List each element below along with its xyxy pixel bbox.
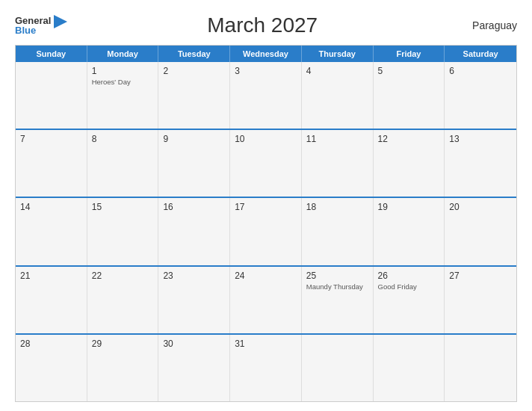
day-number: 2 [163,66,225,76]
calendar-cell: 3 [230,62,302,129]
calendar-cell: 4 [302,62,374,129]
day-number: 6 [449,66,512,76]
calendar-cell: 27 [445,267,516,333]
calendar-cell: 16 [158,198,230,265]
calendar-week-5: 28293031 [16,335,516,401]
calendar-cell: 22 [87,267,159,333]
calendar-week-2: 78910111213 [16,130,516,198]
day-number: 11 [306,134,368,144]
day-number: 22 [92,271,154,281]
calendar-cell: 26Good Friday [374,267,445,333]
day-number: 19 [378,202,440,212]
calendar-cell: 5 [374,62,445,129]
day-number: 23 [163,271,225,281]
day-number: 4 [306,66,368,76]
calendar-cell: 13 [445,130,516,197]
holiday-label: Good Friday [378,282,440,291]
col-sunday: Sunday [16,46,87,62]
calendar-cell: 18 [302,198,374,265]
calendar-week-1: 1Heroes' Day23456 [16,62,516,130]
calendar-cell: 1Heroes' Day [87,62,159,129]
day-number: 31 [235,339,297,349]
day-number: 13 [449,134,512,144]
day-number: 14 [20,202,82,212]
calendar-cell: 29 [87,335,159,401]
day-number: 12 [378,134,440,144]
day-number: 29 [92,339,154,349]
calendar-cell: 31 [230,335,302,401]
day-number: 5 [378,66,440,76]
svg-marker-0 [54,15,67,28]
calendar-cell [445,335,516,401]
calendar-cell: 10 [230,130,302,197]
day-number: 7 [20,134,82,144]
calendar-cell: 2 [158,62,230,129]
day-number: 20 [449,202,512,212]
day-number: 24 [235,271,297,281]
header: General Blue March 2027 Paraguay [15,13,517,37]
day-number: 27 [449,271,512,281]
calendar-cell: 19 [374,198,445,265]
day-number: 26 [378,271,440,281]
calendar-cell: 9 [158,130,230,197]
col-thursday: Thursday [302,46,374,62]
calendar-title: March 2027 [67,13,457,37]
calendar-cell [302,335,374,401]
calendar-cell: 8 [87,130,159,197]
calendar-cell: 6 [445,62,516,129]
logo-text: General Blue [15,16,51,35]
calendar-header-row: Sunday Monday Tuesday Wednesday Thursday… [16,46,516,62]
col-saturday: Saturday [445,46,516,62]
day-number: 8 [92,134,154,144]
calendar-cell: 7 [16,130,87,197]
calendar-cell: 15 [87,198,159,265]
calendar-cell [374,335,445,401]
day-number: 9 [163,134,225,144]
calendar-cell: 24 [230,267,302,333]
holiday-label: Heroes' Day [92,78,154,87]
day-number: 17 [235,202,297,212]
day-number: 16 [163,202,225,212]
calendar-cell [16,62,87,129]
calendar-body: 1Heroes' Day2345678910111213141516171819… [16,62,516,401]
day-number: 25 [306,271,368,281]
col-wednesday: Wednesday [230,46,302,62]
calendar-cell: 23 [158,267,230,333]
page: General Blue March 2027 Paraguay Sunday … [0,0,532,411]
day-number: 30 [163,339,225,349]
calendar-week-4: 2122232425Maundy Thursday26Good Friday27 [16,267,516,335]
day-number: 1 [92,66,154,76]
col-tuesday: Tuesday [158,46,230,62]
day-number: 21 [20,271,82,281]
day-number: 15 [92,202,154,212]
logo-blue-text: Blue [15,25,51,35]
calendar-cell: 30 [158,335,230,401]
logo-flag-icon [54,15,67,28]
day-number: 10 [235,134,297,144]
calendar-cell: 17 [230,198,302,265]
day-number: 18 [306,202,368,212]
calendar-cell: 25Maundy Thursday [302,267,374,333]
day-number: 3 [235,66,297,76]
calendar-cell: 11 [302,130,374,197]
col-friday: Friday [374,46,445,62]
calendar-cell: 12 [374,130,445,197]
day-number: 28 [20,339,82,349]
country-label: Paraguay [457,19,517,31]
calendar-week-3: 14151617181920 [16,198,516,266]
logo: General Blue [15,16,67,35]
col-monday: Monday [87,46,159,62]
calendar: Sunday Monday Tuesday Wednesday Thursday… [15,45,517,402]
holiday-label: Maundy Thursday [306,282,368,291]
calendar-cell: 28 [16,335,87,401]
calendar-cell: 14 [16,198,87,265]
calendar-cell: 21 [16,267,87,333]
calendar-cell: 20 [445,198,516,265]
